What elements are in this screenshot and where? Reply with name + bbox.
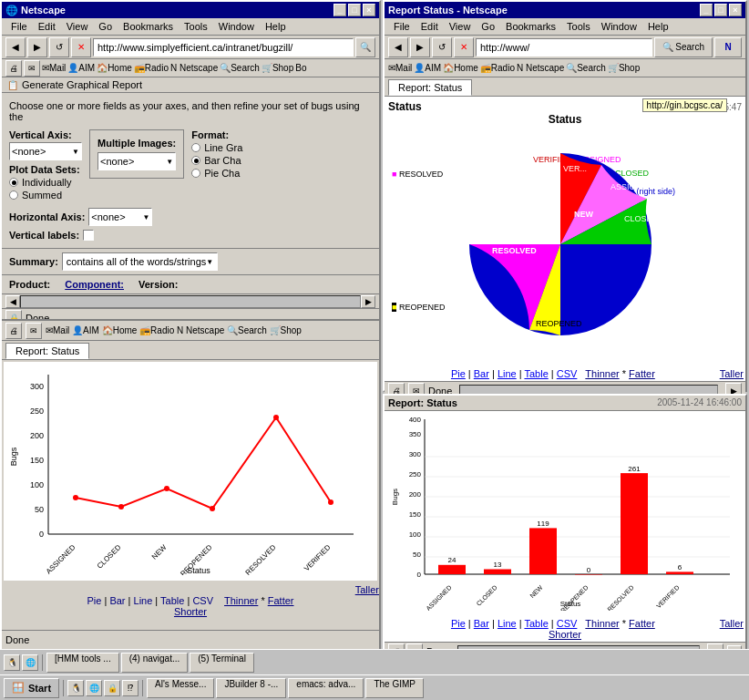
pie-chart-radio[interactable]: Pie Cha <box>191 168 242 179</box>
rt-line-link[interactable]: Line <box>498 368 517 379</box>
url-input[interactable] <box>93 38 354 57</box>
rt-menu-view[interactable]: View <box>444 20 477 33</box>
menu-tools[interactable]: Tools <box>179 20 213 33</box>
rb-taller-link[interactable]: Taller <box>720 618 744 629</box>
scroll-right-button[interactable]: ▶ <box>361 295 375 308</box>
rt-taller-link[interactable]: Taller <box>720 368 744 379</box>
pie-link[interactable]: Pie <box>87 595 102 606</box>
rt-netscape-button[interactable]: N <box>714 37 742 57</box>
rb-thinner-link[interactable]: Thinner <box>585 618 619 629</box>
vertical-axis-select[interactable]: <none> ▼ <box>9 142 82 160</box>
menu-window[interactable]: Window <box>213 20 260 33</box>
forward-button[interactable]: ▶ <box>27 37 47 57</box>
link-aim[interactable]: 👤AIM <box>67 63 95 73</box>
menu-bookmarks[interactable]: Bookmarks <box>118 20 179 33</box>
rt-table-link[interactable]: Table <box>524 368 548 379</box>
scrollbar-track[interactable] <box>20 295 361 308</box>
taskbar-app-emacs[interactable]: emacs: adva... <box>288 678 364 698</box>
line-link[interactable]: Line <box>134 595 153 606</box>
inner-mail-btn[interactable]: ✉ <box>26 323 42 339</box>
print-icon[interactable]: 🖨 <box>5 60 22 77</box>
individually-radio[interactable]: Individually <box>9 177 82 188</box>
close-button[interactable]: × <box>363 4 375 16</box>
rt-report-tab[interactable]: Report: Status <box>388 79 472 96</box>
summed-radio[interactable]: Summed <box>9 190 82 201</box>
fatter-link[interactable]: Fatter <box>268 595 294 606</box>
rt-pie-link[interactable]: Pie <box>451 368 466 379</box>
link-netscape[interactable]: N Netscape <box>170 63 218 73</box>
rt-menu-go[interactable]: Go <box>476 20 500 33</box>
component-header[interactable]: Component: <box>65 279 124 290</box>
back-button[interactable]: ◀ <box>5 37 26 57</box>
summary-select[interactable]: contains all of the words/strings ▼ <box>62 252 218 271</box>
rt-back-button[interactable]: ◀ <box>388 37 408 57</box>
rb-pie-link[interactable]: Pie <box>451 618 466 629</box>
rt-link-aim[interactable]: 👤AIM <box>414 63 441 73</box>
link-home[interactable]: 🏠Home <box>97 63 132 73</box>
vertical-labels-checkbox[interactable] <box>83 230 94 241</box>
rt-menu-window[interactable]: Window <box>596 20 642 33</box>
rt-menu-edit[interactable]: Edit <box>416 20 444 33</box>
rt-link-home[interactable]: 🏠Home <box>443 63 478 73</box>
taskbar-icon4[interactable]: ⁉ <box>122 680 139 696</box>
taller-link[interactable]: Taller <box>355 584 379 595</box>
rt-link-shop[interactable]: 🛒Shop <box>608 63 640 73</box>
link-mail[interactable]: ✉Mail <box>42 63 66 73</box>
taskbar2-icon1[interactable]: 🐧 <box>4 654 20 671</box>
reload-button[interactable]: ↺ <box>49 37 69 57</box>
rb-fatter-link[interactable]: Fatter <box>629 618 655 629</box>
inner-print-btn[interactable]: 🖨 <box>5 323 22 339</box>
menu-edit[interactable]: Edit <box>33 20 61 33</box>
rt-maximize-button[interactable]: □ <box>714 4 727 16</box>
menu-view[interactable]: View <box>61 20 94 33</box>
rt-search-button[interactable]: 🔍 Search <box>654 37 713 57</box>
page-tab-label[interactable]: Generate Graphical Report <box>22 79 142 90</box>
taskbar-app-gimp[interactable]: The GIMP <box>365 678 424 698</box>
taskbar-icon1[interactable]: 🐧 <box>67 680 84 696</box>
csv-link[interactable]: CSV <box>192 595 213 606</box>
rt-link-search[interactable]: 🔍Search <box>566 63 606 73</box>
report-status-tab[interactable]: Report: Status <box>5 343 89 359</box>
start-button[interactable]: 🪟 Start <box>4 678 59 698</box>
rt-bar-link[interactable]: Bar <box>474 368 489 379</box>
taskbar-icon2[interactable]: 🌐 <box>86 680 102 696</box>
rt-menu-tools[interactable]: Tools <box>561 20 596 33</box>
multiple-images-select[interactable]: <none> ▼ <box>97 152 176 170</box>
line-graph-radio[interactable]: Line Gra <box>191 142 242 153</box>
rt-menu-help[interactable]: Help <box>642 20 674 33</box>
rt-link-netscape[interactable]: N Netscape <box>517 63 564 73</box>
rt-reload-button[interactable]: ↺ <box>432 37 452 57</box>
taskbar-app-navigat[interactable]: (4) navigat... <box>121 653 189 673</box>
menu-file[interactable]: File <box>5 20 33 33</box>
rt-url-input[interactable] <box>476 38 652 57</box>
rb-table-link[interactable]: Table <box>524 618 548 629</box>
stop-button[interactable]: ✕ <box>71 37 91 57</box>
rb-csv-link[interactable]: CSV <box>557 618 578 629</box>
rt-menu-file[interactable]: File <box>388 20 416 33</box>
horizontal-axis-select[interactable]: <none> ▼ <box>88 208 152 226</box>
rt-thinner-link[interactable]: Thinner <box>585 368 619 379</box>
link-search[interactable]: 🔍Search <box>220 63 260 73</box>
rt-menu-bookmarks[interactable]: Bookmarks <box>500 20 561 33</box>
rt-link-mail[interactable]: ✉Mail <box>388 63 412 73</box>
rb-line-link[interactable]: Line <box>498 618 517 629</box>
rt-link-radio[interactable]: 📻Radio <box>480 63 515 73</box>
scroll-left-button[interactable]: ◀ <box>5 295 20 308</box>
thinner-link[interactable]: Thinner <box>224 595 258 606</box>
taskbar-app-ims[interactable]: Al's Messe... <box>147 678 214 698</box>
link-radio[interactable]: 📻Radio <box>134 63 169 73</box>
maximize-button[interactable]: □ <box>348 4 361 16</box>
taskbar-icon3[interactable]: 🔒 <box>104 680 120 696</box>
rt-minimize-button[interactable]: _ <box>700 4 713 16</box>
rt-close-button[interactable]: × <box>729 4 742 16</box>
rt-fatter-link[interactable]: Fatter <box>629 368 655 379</box>
taskbar-app-terminal[interactable]: (5) Terminal <box>190 653 254 673</box>
rt-stop-button[interactable]: ✕ <box>454 37 474 57</box>
rb-bar-link[interactable]: Bar <box>474 618 489 629</box>
shorter-link-main[interactable]: Shorter <box>174 606 207 617</box>
mail-icon[interactable]: ✉ <box>24 60 40 77</box>
search-button[interactable]: 🔍 <box>355 37 375 57</box>
menu-go[interactable]: Go <box>93 20 118 33</box>
menu-help[interactable]: Help <box>260 20 292 33</box>
link-bo[interactable]: Bo <box>295 63 306 73</box>
